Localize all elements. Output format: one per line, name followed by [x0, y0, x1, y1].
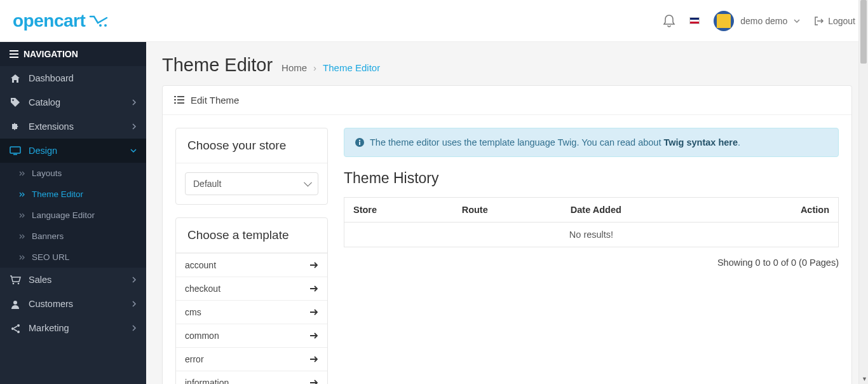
svg-point-4: [13, 282, 15, 284]
info-alert: The theme editor uses the template langu…: [344, 128, 839, 157]
brand-logo[interactable]: opencart: [13, 11, 111, 31]
right-column: The theme editor uses the template langu…: [344, 128, 839, 268]
svg-point-5: [18, 282, 20, 284]
scroll-down-icon[interactable]: ▼: [862, 376, 867, 382]
template-item[interactable]: checkout: [176, 277, 327, 300]
twig-syntax-link[interactable]: Twig syntax here: [663, 137, 738, 147]
breadcrumb-separator-icon: ›: [313, 62, 316, 73]
page-scrollbar[interactable]: ▼: [858, 0, 868, 384]
choose-store-title: Choose your store: [176, 128, 327, 163]
content: Theme Editor Home › Theme Editor Edit Th…: [146, 42, 868, 384]
angles-right-icon: [19, 234, 25, 239]
chevron-down-icon: [130, 149, 137, 153]
arrow-right-icon: [309, 308, 318, 316]
left-column: Choose your store Default Choose a te: [175, 128, 328, 384]
chevron-right-icon: [132, 99, 137, 106]
sidebar-item-dashboard[interactable]: Dashboard: [0, 66, 146, 90]
arrow-right-icon: [309, 355, 318, 363]
language-flag-icon[interactable]: [689, 17, 700, 24]
sidebar-item-design[interactable]: Design: [0, 139, 146, 163]
svg-point-8: [11, 327, 14, 330]
pagination-info: Showing 0 to 0 of 0 (0 Pages): [344, 257, 839, 268]
edit-theme-panel: Edit Theme Choose your store Default: [162, 85, 852, 384]
desktop-icon: [10, 146, 21, 155]
chevron-right-icon: [132, 301, 137, 307]
panel-header: Edit Theme: [163, 86, 851, 115]
sidebar: NAVIGATION Dashboard Catalog Extensions …: [0, 42, 146, 384]
hamburger-icon: [10, 50, 18, 58]
breadcrumb-current[interactable]: Theme Editor: [323, 62, 380, 73]
info-circle-icon: [355, 137, 365, 147]
col-action: Action: [729, 198, 838, 223]
svg-rect-12: [359, 142, 360, 145]
history-table: Store Route Date Added Action No results…: [344, 197, 839, 247]
angles-right-icon: [19, 192, 25, 197]
template-item[interactable]: error: [176, 347, 327, 371]
angles-right-icon: [19, 171, 25, 176]
store-select-wrapper: Default: [185, 172, 318, 195]
col-route: Route: [453, 198, 562, 223]
svg-point-0: [99, 24, 102, 27]
template-item[interactable]: cms: [176, 300, 327, 324]
template-item[interactable]: account: [176, 253, 327, 277]
cart-icon: [89, 14, 111, 28]
breadcrumb-home[interactable]: Home: [281, 62, 307, 73]
home-icon: [10, 74, 21, 83]
choose-store-card: Choose your store Default: [175, 128, 328, 205]
svg-point-9: [17, 331, 20, 333]
sidebar-sub-layouts[interactable]: Layouts: [0, 163, 146, 184]
store-select[interactable]: Default: [185, 172, 318, 195]
col-date: Date Added: [562, 198, 730, 223]
user-name: demo demo: [740, 16, 787, 26]
theme-history-title: Theme History: [344, 170, 839, 187]
sidebar-item-customers[interactable]: Customers: [0, 292, 146, 316]
svg-point-2: [12, 99, 14, 101]
sidebar-sub-theme-editor[interactable]: Theme Editor: [0, 184, 146, 205]
arrow-right-icon: [309, 379, 318, 384]
header-right: demo demo Logout: [663, 11, 855, 31]
template-item[interactable]: information: [176, 371, 327, 384]
caret-down-icon: [794, 19, 800, 23]
choose-template-title: Choose a template: [176, 218, 327, 253]
angles-right-icon: [19, 255, 25, 260]
svg-point-7: [17, 324, 20, 327]
sidebar-item-marketing[interactable]: Marketing: [0, 316, 146, 340]
user-menu[interactable]: demo demo: [714, 11, 800, 31]
template-item[interactable]: common: [176, 324, 327, 347]
arrow-right-icon: [309, 332, 318, 339]
logout-link[interactable]: Logout: [814, 16, 855, 26]
template-list: account checkout cms: [176, 253, 327, 384]
sidebar-sub-seo-url[interactable]: SEO URL: [0, 247, 146, 268]
puzzle-icon: [10, 121, 21, 132]
angles-right-icon: [19, 213, 25, 218]
logout-label: Logout: [828, 16, 855, 26]
list-icon: [174, 96, 184, 104]
chevron-right-icon: [132, 277, 137, 283]
arrow-right-icon: [309, 285, 318, 292]
arrow-right-icon: [309, 261, 318, 269]
notification-bell-icon[interactable]: [663, 14, 675, 28]
share-icon: [10, 324, 21, 333]
svg-point-6: [13, 301, 17, 305]
col-store: Store: [344, 198, 453, 223]
chevron-right-icon: [132, 123, 137, 130]
logout-icon: [814, 16, 824, 26]
nav-header: NAVIGATION: [0, 42, 146, 66]
page-title: Theme Editor: [162, 55, 273, 76]
sidebar-sub-banners[interactable]: Banners: [0, 226, 146, 247]
sidebar-item-sales[interactable]: Sales: [0, 268, 146, 292]
user-icon: [10, 299, 21, 309]
svg-point-1: [104, 24, 107, 27]
chevron-right-icon: [132, 325, 137, 331]
svg-rect-3: [10, 147, 20, 153]
scrollbar-thumb[interactable]: [860, 0, 867, 64]
header: opencart demo demo Logout: [0, 0, 868, 42]
sidebar-sub-language-editor[interactable]: Language Editor: [0, 205, 146, 226]
table-row-empty: No results!: [344, 223, 839, 247]
svg-point-11: [359, 140, 360, 141]
choose-template-card: Choose a template account checkout: [175, 217, 328, 384]
breadcrumb: Home › Theme Editor: [281, 62, 380, 73]
design-submenu: Layouts Theme Editor Language Editor Ban…: [0, 163, 146, 268]
sidebar-item-catalog[interactable]: Catalog: [0, 90, 146, 114]
sidebar-item-extensions[interactable]: Extensions: [0, 114, 146, 139]
